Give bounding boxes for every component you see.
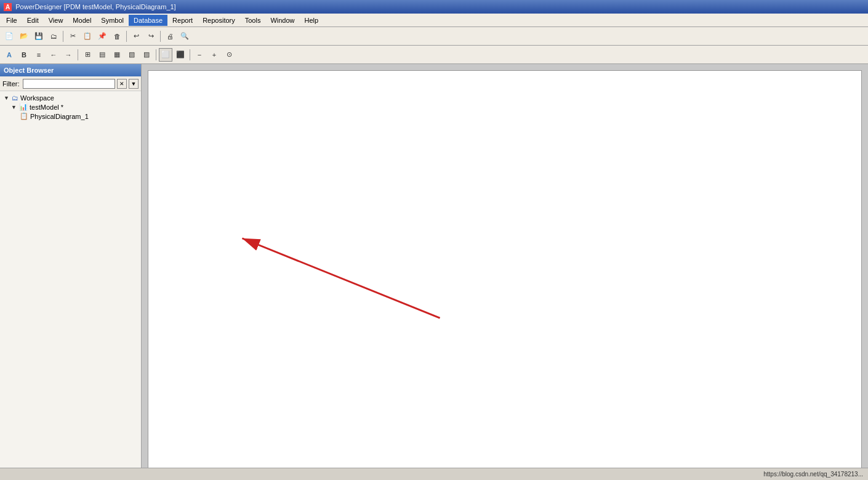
- menu-model[interactable]: Model: [68, 15, 96, 26]
- menu-symbol[interactable]: Symbol: [96, 15, 129, 26]
- testmodel-label: testModel *: [30, 104, 63, 111]
- sep-tb3: [160, 31, 161, 42]
- tb2-view1[interactable]: ⬜: [159, 48, 172, 62]
- window-title: PowerDesigner [PDM testModel, PhysicalDi…: [15, 3, 175, 10]
- app-icon: A: [4, 3, 12, 11]
- sep-tb2-1: [78, 49, 78, 60]
- filter-settings-btn[interactable]: ▼: [129, 79, 139, 89]
- menu-file[interactable]: File: [1, 15, 22, 26]
- tb-cut[interactable]: ✂: [66, 30, 79, 43]
- tb2-zoom-out[interactable]: −: [193, 48, 206, 62]
- tree-workspace[interactable]: ▼ 🗂 Workspace: [2, 94, 139, 102]
- tree-physicaldiagram[interactable]: 📋 PhysicalDiagram_1: [2, 112, 139, 121]
- expand-workspace-icon: ▼: [4, 95, 10, 101]
- toolbar-1: 📄 📂 💾 🗂 ✂ 📋 📌 🗑 ↩ ↪ 🖨 🔍: [0, 27, 868, 46]
- tb2-layout2[interactable]: ▦: [110, 48, 124, 62]
- expand-testmodel-icon: ▼: [11, 104, 17, 110]
- sep-tb2: [126, 31, 127, 42]
- tb-delete[interactable]: 🗑: [110, 30, 124, 43]
- menu-view[interactable]: View: [44, 15, 68, 26]
- tb-copy[interactable]: 📋: [81, 30, 94, 43]
- canvas-inner: [148, 70, 862, 471]
- object-browser-panel: Object Browser Filter: ✕ ▼ ▼ 🗂 Workspace…: [0, 64, 142, 478]
- tb-print[interactable]: 🖨: [163, 30, 177, 43]
- tb2-bold[interactable]: B: [17, 48, 31, 62]
- tb-save-all[interactable]: 🗂: [47, 30, 60, 43]
- status-bar: https://blog.csdn.net/qq_34178213...: [0, 468, 868, 478]
- tb-paste[interactable]: 📌: [95, 30, 109, 43]
- tree-area: ▼ 🗂 Workspace ▼ 📊 testModel * 📋 Physical…: [0, 91, 141, 478]
- panel-title: Object Browser: [4, 67, 54, 74]
- tb-open[interactable]: 📂: [17, 30, 31, 43]
- tb-redo[interactable]: ↪: [144, 30, 158, 43]
- sep-tb2-2: [156, 49, 156, 60]
- tb2-arrow1[interactable]: ←: [47, 48, 60, 62]
- tb2-zoom-in[interactable]: +: [207, 48, 221, 62]
- tree-testmodel[interactable]: ▼ 📊 testModel *: [2, 102, 139, 112]
- filter-label: Filter:: [2, 80, 20, 87]
- tb2-arrow2[interactable]: →: [62, 48, 75, 62]
- sep-tb2-3: [190, 49, 190, 60]
- menu-tools[interactable]: Tools: [240, 15, 266, 26]
- physicaldiagram-icon: 📋: [20, 112, 28, 120]
- tb2-layout3[interactable]: ▧: [125, 48, 139, 62]
- status-url: https://blog.csdn.net/qq_34178213...: [763, 471, 863, 478]
- filter-row: Filter: ✕ ▼: [0, 76, 141, 91]
- menu-repository[interactable]: Repository: [198, 15, 240, 26]
- menu-report[interactable]: Report: [167, 15, 198, 26]
- toolbar-2: A B ≡ ← → ⊞ ▤ ▦ ▧ ▨ ⬜ ⬛ − + ⊙: [0, 46, 868, 64]
- menu-help[interactable]: Help: [300, 15, 324, 26]
- tb2-view2[interactable]: ⬛: [174, 48, 187, 62]
- workspace-label: Workspace: [20, 94, 54, 102]
- canvas-area: [142, 64, 868, 478]
- title-bar: A PowerDesigner [PDM testModel, Physical…: [0, 0, 868, 14]
- tb2-layout4[interactable]: ▨: [140, 48, 153, 62]
- tb2-zoom-reset[interactable]: ⊙: [222, 48, 236, 62]
- sep-tb1: [63, 31, 63, 42]
- menu-bar: File Edit View Model Symbol Database Rep…: [0, 14, 868, 27]
- tb2-layout1[interactable]: ▤: [95, 48, 109, 62]
- tb-new[interactable]: 📄: [2, 30, 16, 43]
- panel-header: Object Browser: [0, 64, 141, 76]
- testmodel-icon: 📊: [19, 103, 28, 111]
- tb-save[interactable]: 💾: [32, 30, 46, 43]
- filter-input[interactable]: [23, 79, 116, 89]
- menu-edit[interactable]: Edit: [22, 15, 44, 26]
- tb2-align[interactable]: ≡: [32, 48, 46, 62]
- workspace-icon: 🗂: [12, 94, 18, 102]
- tb2-grid[interactable]: ⊞: [81, 48, 94, 62]
- main-layout: Object Browser Filter: ✕ ▼ ▼ 🗂 Workspace…: [0, 64, 868, 478]
- tb2-check[interactable]: A: [2, 48, 16, 62]
- tb-find[interactable]: 🔍: [178, 30, 191, 43]
- menu-window[interactable]: Window: [265, 15, 299, 26]
- physicaldiagram-label: PhysicalDiagram_1: [30, 113, 89, 120]
- filter-clear-btn[interactable]: ✕: [117, 79, 127, 89]
- tb-undo[interactable]: ↩: [129, 30, 143, 43]
- menu-database[interactable]: Database: [129, 15, 167, 26]
